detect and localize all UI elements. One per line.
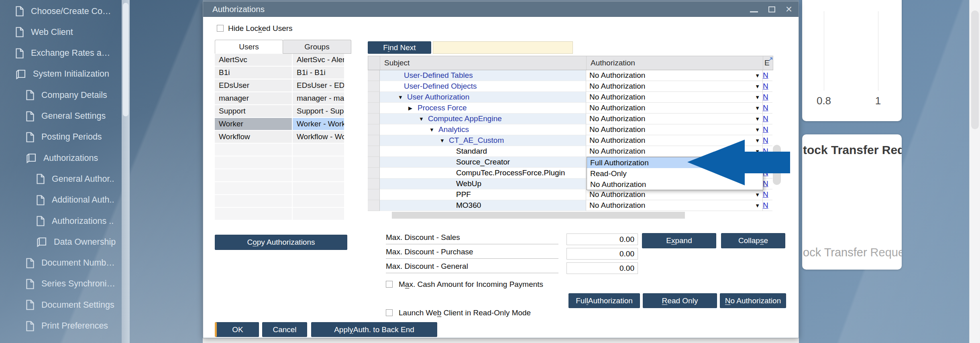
dropdown-scrollbar-thumb[interactable] — [773, 145, 781, 185]
copy-authorizations-button[interactable]: Copy Authorizations — [215, 235, 347, 250]
chevron-down-icon[interactable]: ▼ — [755, 138, 760, 144]
user-display-cell[interactable] — [293, 195, 344, 207]
expand-triangle-icon[interactable]: ▶ — [408, 105, 412, 111]
subject-label[interactable]: User-Defined Objects — [404, 82, 477, 91]
user-row-empty[interactable] — [215, 156, 344, 168]
field-input-max-discount-purchase[interactable] — [566, 248, 638, 260]
minimize-icon[interactable] — [750, 6, 758, 12]
row-selector-cell[interactable] — [368, 114, 380, 124]
sidebar-item-authorizations[interactable]: Authorizations — [0, 148, 122, 168]
user-code-cell[interactable]: Workflow — [215, 131, 292, 143]
subject-label[interactable]: CT_AE_Custom — [449, 136, 504, 145]
extended-link[interactable]: N — [763, 71, 768, 80]
user-code-cell[interactable]: manager — [215, 92, 292, 104]
subject-label[interactable]: User-Defined Tables — [404, 71, 473, 80]
subject-label[interactable]: Computec AppEngine — [428, 114, 502, 123]
max-cash-checkbox[interactable] — [386, 281, 393, 288]
user-display-cell[interactable]: B1i - B1i — [293, 67, 344, 79]
subject-label[interactable]: Analytics — [438, 125, 469, 134]
extended-link[interactable]: N — [763, 190, 768, 199]
row-selector-cell[interactable] — [368, 124, 380, 135]
sidebar-item-series-synchroni[interactable]: Series Synchroni… — [0, 274, 122, 294]
authorization-cell[interactable]: No Authorization▼ — [586, 114, 763, 124]
tab-users[interactable]: Users — [215, 40, 283, 54]
subject-label[interactable]: User Authorization — [407, 93, 469, 101]
dropdown-option-read-only[interactable]: Read-Only — [587, 168, 763, 179]
user-display-cell[interactable]: Support - Support — [293, 105, 344, 117]
user-display-cell[interactable]: manager - manager — [293, 92, 344, 104]
find-next-button[interactable]: Find Next — [368, 41, 431, 54]
field-input-max-discount-general[interactable] — [566, 262, 638, 274]
user-code-cell[interactable] — [215, 144, 292, 156]
collapse-triangle-icon[interactable]: ▼ — [419, 116, 424, 122]
extended-link[interactable]: N — [763, 201, 768, 210]
user-row-workflow[interactable]: WorkflowWorkflow - Workflow — [215, 131, 344, 143]
sidebar-item-print-preferences[interactable]: Print Preferences — [0, 316, 122, 337]
user-row-alertsvc[interactable]: AlertSvcAlertSvc - AlertSvc — [215, 54, 344, 66]
user-row-empty[interactable] — [215, 169, 344, 181]
chevron-down-icon[interactable]: ▼ — [755, 83, 760, 89]
expand-button[interactable]: Expand — [642, 233, 716, 248]
extended-link[interactable]: N — [763, 114, 768, 123]
authorization-cell[interactable]: No Authorization▼ — [586, 135, 763, 146]
dialog-titlebar[interactable]: Authorizations × — [203, 2, 799, 17]
extended-link[interactable]: N — [763, 136, 768, 145]
user-display-cell[interactable]: AlertSvc - AlertSvc — [293, 54, 344, 66]
authorization-cell[interactable]: No Authorization▼ — [586, 189, 763, 200]
collapse-button[interactable]: Collapse — [721, 233, 785, 248]
extended-link[interactable]: N — [763, 168, 768, 177]
sidebar-item-system-initialization[interactable]: System Initialization — [0, 64, 122, 85]
sidebar-item-general-author[interactable]: General Author.. — [0, 168, 122, 189]
authorization-cell[interactable]: No Authorization▼ — [586, 200, 763, 211]
row-selector-cell[interactable] — [368, 103, 380, 114]
sidebar-item-document-settings[interactable]: Document Settings — [0, 294, 122, 315]
authorization-cell[interactable]: No Authorization▼ — [586, 124, 763, 135]
user-code-cell[interactable] — [215, 182, 292, 194]
authorization-cell[interactable]: No Authorization▼ — [586, 146, 763, 157]
chevron-down-icon[interactable]: ▼ — [755, 192, 760, 198]
authorization-cell[interactable]: No Authorization▼ — [586, 81, 763, 92]
sidebar-item-choose-create-co[interactable]: Choose/Create Co… — [0, 1, 122, 22]
user-row-worker[interactable]: WorkerWorker - Worker — [215, 118, 344, 130]
row-selector-cell[interactable] — [368, 146, 380, 157]
sidebar-item-posting-periods[interactable]: Posting Periods — [0, 127, 122, 148]
extended-link[interactable]: N — [763, 125, 768, 134]
row-selector-cell[interactable] — [368, 92, 380, 103]
user-row-manager[interactable]: managermanager - manager — [215, 92, 344, 104]
app-vertical-scrollbar[interactable] — [969, 0, 980, 343]
chevron-down-icon[interactable]: ▼ — [755, 116, 760, 122]
sidebar-item-company-details[interactable]: Company Details — [0, 85, 122, 106]
user-display-cell[interactable]: Worker - Worker — [293, 118, 344, 130]
cancel-button[interactable]: Cancel — [262, 322, 307, 337]
user-row-empty[interactable] — [215, 208, 344, 220]
chevron-down-icon[interactable]: ▼ — [755, 94, 760, 100]
user-display-cell[interactable] — [293, 144, 344, 156]
field-input-max-discount-sales[interactable] — [566, 233, 638, 245]
user-row-edsuser[interactable]: EDsUserEDsUser - EDsUser — [215, 79, 344, 91]
extended-link[interactable]: N — [763, 147, 768, 156]
user-row-empty[interactable] — [215, 144, 344, 156]
scrollbar-thumb[interactable] — [123, 3, 128, 116]
sidebar-item-web-client[interactable]: Web Client — [0, 22, 122, 43]
chevron-down-icon[interactable]: ▼ — [755, 203, 760, 209]
ok-button[interactable]: OK — [215, 322, 259, 337]
extended-link[interactable]: N — [763, 104, 768, 112]
subject-label[interactable]: PPF — [456, 190, 471, 199]
row-selector-cell[interactable] — [368, 200, 380, 211]
user-code-cell[interactable]: Support — [215, 105, 292, 117]
authorization-cell[interactable]: No Authorization▼ — [586, 92, 763, 103]
background-transfer-card[interactable]: tock Transfer Req… ock Transfer Requests — [802, 134, 902, 270]
background-chart-card[interactable]: 0.8 1 — [802, 0, 902, 121]
tab-groups[interactable]: Groups — [283, 40, 351, 54]
row-selector-cell[interactable] — [368, 70, 380, 81]
close-icon[interactable]: × — [786, 6, 792, 12]
chevron-down-icon[interactable]: ▼ — [755, 127, 760, 133]
row-selector-cell[interactable] — [368, 157, 380, 168]
extended-link[interactable]: N — [763, 93, 768, 101]
dropdown-option-no-authorization[interactable]: No Authorization — [587, 179, 763, 190]
hide-locked-users-checkbox[interactable] — [217, 25, 224, 32]
user-row-empty[interactable] — [215, 195, 344, 207]
user-code-cell[interactable]: B1i — [215, 67, 292, 79]
user-row-b1i[interactable]: B1iB1i - B1i — [215, 67, 344, 79]
sidebar-item-data-ownership[interactable]: Data Ownership — [0, 231, 122, 252]
